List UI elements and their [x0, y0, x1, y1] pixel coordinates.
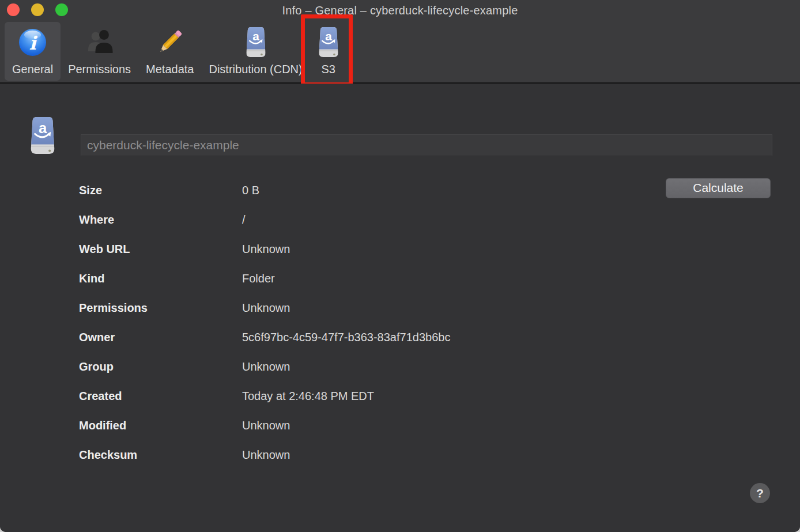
row-value: 5c6f97bc-4c59-47f7-b363-83af71d3b6bc	[242, 331, 450, 344]
tab-label: Distribution (CDN)	[209, 63, 302, 76]
amazon-drive-icon	[245, 26, 267, 58]
table-row-checksum: Checksum Unknown	[79, 440, 777, 470]
info-window: Info – General – cyberduck-lifecycle-exa…	[0, 0, 800, 532]
info-icon: i	[19, 26, 46, 58]
table-row-modified: Modified Unknown	[79, 411, 777, 440]
row-value: Unknown	[242, 243, 290, 256]
row-label: Where	[79, 213, 242, 227]
help-button[interactable]: ?	[750, 483, 770, 503]
toolbar: i General Permissions	[0, 21, 800, 82]
row-value: Folder	[242, 272, 275, 285]
titlebar[interactable]: Info – General – cyberduck-lifecycle-exa…	[0, 0, 800, 21]
table-row-created: Created Today at 2:46:48 PM EDT	[79, 382, 777, 411]
row-label: Modified	[79, 419, 242, 432]
tab-permissions[interactable]: Permissions	[61, 22, 138, 81]
table-row-kind: Kind Folder	[79, 264, 777, 293]
window-title: Info – General – cyberduck-lifecycle-exa…	[0, 0, 800, 21]
window-chrome: Info – General – cyberduck-lifecycle-exa…	[0, 0, 800, 84]
filename-field[interactable]	[81, 134, 772, 156]
row-label: Size	[79, 184, 242, 197]
row-label: Created	[79, 390, 242, 403]
general-panel: Calculate Size 0 B Where / Web URL Unkno…	[0, 84, 800, 532]
info-table: Size 0 B Where / Web URL Unknown Kind Fo…	[79, 176, 777, 470]
row-value: /	[242, 213, 246, 227]
tab-label: S3	[321, 63, 335, 76]
tab-label: General	[12, 63, 53, 76]
tab-s3[interactable]: S3	[310, 22, 347, 81]
row-value: Today at 2:46:48 PM EDT	[242, 390, 374, 403]
table-row-owner: Owner 5c6f97bc-4c59-47f7-b363-83af71d3b6…	[79, 323, 777, 352]
table-row-group: Group Unknown	[79, 352, 777, 382]
tab-metadata[interactable]: Metadata	[138, 22, 201, 81]
row-label: Group	[79, 360, 242, 373]
row-value: 0 B	[242, 184, 259, 197]
pencil-icon	[155, 26, 185, 58]
tab-label: Permissions	[68, 63, 131, 76]
row-label: Owner	[79, 331, 242, 344]
table-row-web-url: Web URL Unknown	[79, 235, 777, 264]
amazon-drive-icon	[27, 116, 58, 157]
row-label: Kind	[79, 272, 242, 285]
tab-distribution-cdn[interactable]: Distribution (CDN)	[201, 22, 310, 81]
row-label: Web URL	[79, 243, 242, 256]
table-row-where: Where /	[79, 205, 777, 235]
row-label: Checksum	[79, 448, 242, 462]
row-value: Unknown	[242, 360, 290, 373]
table-row-permissions: Permissions Unknown	[79, 293, 777, 323]
people-icon	[85, 26, 115, 58]
row-value: Unknown	[242, 419, 290, 432]
row-label: Permissions	[79, 301, 242, 315]
amazon-drive-icon	[318, 26, 339, 58]
row-value: Unknown	[242, 301, 290, 315]
table-row-size: Size 0 B	[79, 176, 777, 205]
tab-general[interactable]: i General	[5, 22, 61, 81]
row-value: Unknown	[242, 448, 290, 462]
tab-label: Metadata	[146, 63, 194, 76]
